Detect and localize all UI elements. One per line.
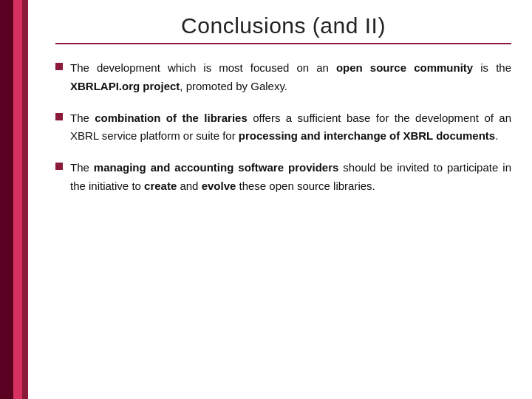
bullet-marker-1 (55, 63, 63, 70)
sidebar-stripe-light (13, 0, 22, 399)
sidebar-stripe-mid (22, 0, 28, 399)
bullet-section-3: The managing and accounting software pro… (55, 159, 511, 196)
sidebar-decoration (0, 0, 41, 399)
bullet-marker-2 (55, 113, 63, 120)
sidebar-stripe-dark (0, 0, 13, 399)
bullet-text-3: The managing and accounting software pro… (70, 159, 511, 196)
bullet-marker-3 (55, 163, 63, 170)
bullet-section-1: The development which is most focused on… (55, 59, 511, 96)
page-title: Conclusions (and II) (55, 13, 511, 38)
title-container: Conclusions (and II) (55, 13, 511, 38)
title-underline (55, 43, 511, 44)
bullet-section-2: The combination of the libraries offers … (55, 109, 511, 146)
bullet-text-1: The development which is most focused on… (70, 59, 511, 96)
bullet-text-2: The combination of the libraries offers … (70, 109, 511, 146)
main-content: Conclusions (and II) The development whi… (41, 0, 532, 399)
